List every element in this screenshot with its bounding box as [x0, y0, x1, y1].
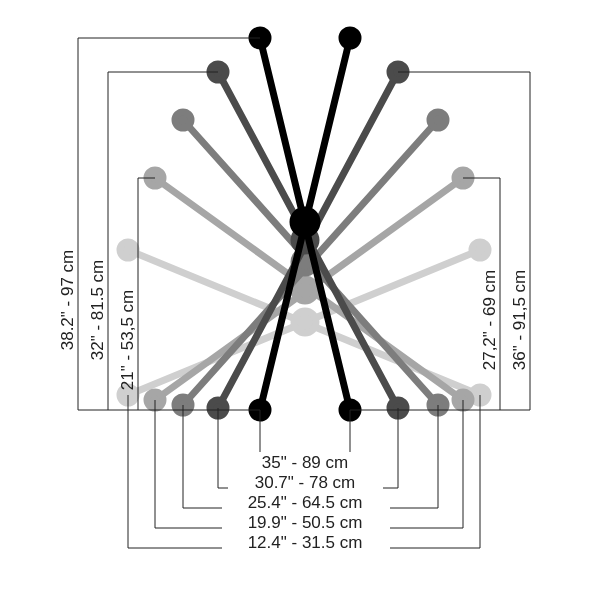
dim-width-4: 19.9" - 50.5 cm: [248, 513, 363, 532]
dim-width-2: 30.7" - 78 cm: [255, 473, 356, 492]
dim-top-2: 32" - 81.5 cm: [88, 260, 107, 361]
svg-point-5: [472, 242, 488, 258]
svg-point-4: [120, 242, 136, 258]
dim-br-2: 36" - 91,5 cm: [510, 270, 529, 371]
dim-width-1: 35" - 89 cm: [262, 453, 348, 472]
dim-width-5: 12.4" - 31.5 cm: [248, 533, 363, 552]
dim-width-3: 25.4" - 64.5 cm: [248, 493, 363, 512]
svg-point-34: [293, 210, 317, 234]
dim-top-3: 21" - 53,5 cm: [118, 290, 137, 391]
svg-point-18: [175, 112, 191, 128]
dimension-diagram: 38.2" - 97 cm 32" - 81.5 cm 21" - 53,5 c…: [0, 0, 600, 600]
svg-point-19: [430, 112, 446, 128]
svg-point-6: [294, 311, 316, 333]
dim-br-1: 27,2" - 69 cm: [480, 270, 499, 371]
dim-top-1: 38.2" - 97 cm: [58, 250, 77, 351]
svg-point-33: [342, 30, 358, 46]
